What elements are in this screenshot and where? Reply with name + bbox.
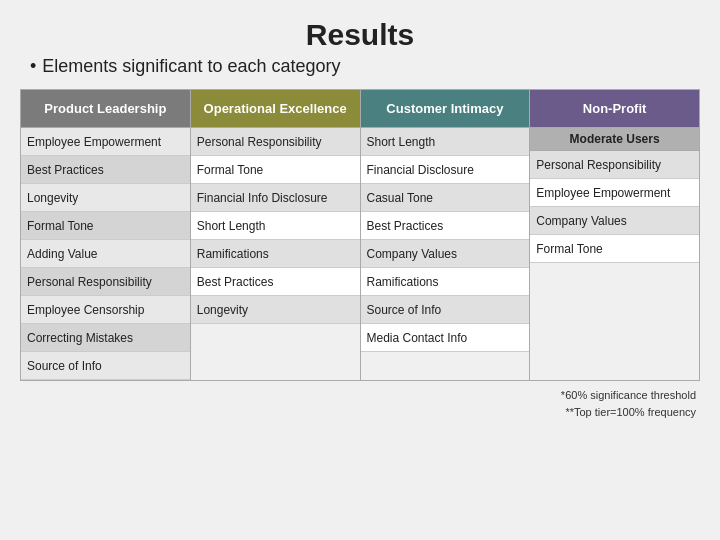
col-header-customer: Customer Intimacy: [361, 90, 530, 128]
cell-1-0: Personal Responsibility: [191, 128, 360, 156]
cell-0-4: Adding Value: [21, 240, 190, 268]
cell-1-1: Formal Tone: [191, 156, 360, 184]
col-header-operational: Operational Excellence: [191, 90, 360, 128]
col-nonprofit: Non-Profit Moderate Users Personal Respo…: [529, 89, 700, 381]
cell-0-3: Formal Tone: [21, 212, 190, 240]
cell-1-4: Ramifications: [191, 240, 360, 268]
footnote: *60% significance threshold **Top tier=1…: [561, 387, 700, 420]
cell-0-5: Personal Responsibility: [21, 268, 190, 296]
cell-0-6: Employee Censorship: [21, 296, 190, 324]
col-header-product-leadership: Product Leadership: [21, 90, 190, 128]
cell-3-2: Company Values: [530, 207, 699, 235]
cell-3-0: Personal Responsibility: [530, 151, 699, 179]
col-operational: Operational Excellence Personal Responsi…: [190, 89, 360, 381]
cell-0-8: Source of Info: [21, 352, 190, 380]
page-title: Results: [306, 18, 414, 52]
cell-2-0: Short Length: [361, 128, 530, 156]
cell-1-6: Longevity: [191, 296, 360, 324]
cell-2-7: Media Contact Info: [361, 324, 530, 352]
footnote-line1: *60% significance threshold: [561, 387, 696, 404]
results-table: Product Leadership Employee Empowerment …: [20, 89, 700, 381]
cell-3-3: Formal Tone: [530, 235, 699, 263]
cell-0-7: Correcting Mistakes: [21, 324, 190, 352]
cell-2-5: Ramifications: [361, 268, 530, 296]
cell-2-3: Best Practices: [361, 212, 530, 240]
col-product-leadership: Product Leadership Employee Empowerment …: [20, 89, 190, 381]
cell-3-1: Employee Empowerment: [530, 179, 699, 207]
cell-0-1: Best Practices: [21, 156, 190, 184]
cell-2-4: Company Values: [361, 240, 530, 268]
cell-1-2: Financial Info Disclosure: [191, 184, 360, 212]
footnote-line2: **Top tier=100% frequency: [561, 404, 696, 421]
col-customer: Customer Intimacy Short Length Financial…: [360, 89, 530, 381]
cell-0-2: Longevity: [21, 184, 190, 212]
cell-2-6: Source of Info: [361, 296, 530, 324]
cell-0-0: Employee Empowerment: [21, 128, 190, 156]
cell-1-5: Best Practices: [191, 268, 360, 296]
col-subheader-nonprofit: Moderate Users: [530, 128, 699, 151]
col-header-nonprofit: Non-Profit: [530, 90, 699, 128]
cell-1-3: Short Length: [191, 212, 360, 240]
subtitle: •Elements significant to each category: [20, 56, 340, 77]
cell-2-1: Financial Disclosure: [361, 156, 530, 184]
cell-2-2: Casual Tone: [361, 184, 530, 212]
bullet-icon: •: [30, 56, 36, 76]
